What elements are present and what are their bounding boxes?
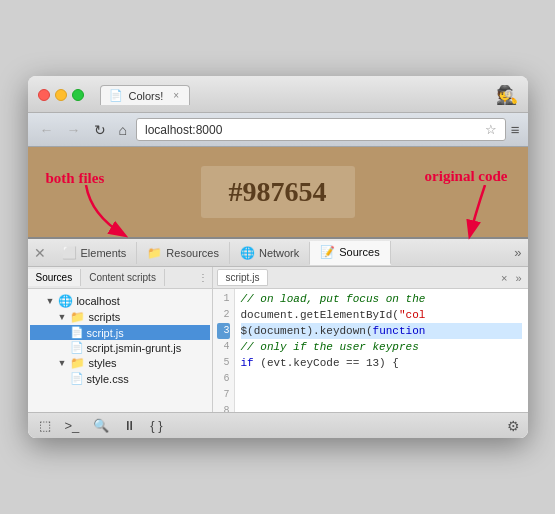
tree-label-styles: styles	[88, 357, 116, 369]
devtools-tab-sources-label: Sources	[339, 246, 379, 258]
code-tab-bar: script.js × »	[213, 267, 528, 289]
elements-icon: ⬜	[62, 246, 77, 260]
folder-icon-scripts: 📁	[70, 310, 85, 324]
code-text-6: if (evt.keyCode == 13) {	[241, 357, 399, 369]
forward-button[interactable]: →	[63, 120, 85, 140]
code-tab-close[interactable]: ×	[499, 272, 509, 284]
code-tab-controls: × »	[499, 272, 524, 284]
reload-button[interactable]: ↻	[90, 120, 110, 140]
search-button[interactable]: 🔍	[90, 417, 112, 434]
home-button[interactable]: ⌂	[115, 120, 131, 140]
folder-icon-localhost: 🌐	[58, 294, 73, 308]
address-bar[interactable]: localhost:8000 ☆	[136, 118, 506, 141]
sources-icon: 📝	[320, 245, 335, 259]
format-button[interactable]: { }	[147, 417, 165, 434]
code-tab-menu[interactable]: »	[513, 272, 523, 284]
maximize-button[interactable]	[72, 89, 84, 101]
tree-item-scripts[interactable]: ▼ 📁 scripts	[30, 309, 210, 325]
code-lines: // on load, put focus on the document.ge…	[235, 289, 528, 412]
file-tree: ▼ 🌐 localhost ▼ 📁 scripts 📄 script.js	[28, 289, 212, 412]
tree-label-scripts: scripts	[88, 311, 120, 323]
devtools-more-button[interactable]: »	[514, 245, 521, 260]
folder-icon-styles: 📁	[70, 356, 85, 370]
panel-divider: ⋮	[194, 272, 212, 283]
line-num-2: 2	[217, 307, 230, 323]
console-button[interactable]: >_	[62, 417, 83, 434]
panel-tab-sources[interactable]: Sources	[28, 269, 82, 286]
tree-tri-styles: ▼	[58, 358, 67, 368]
devtools-tab-sources[interactable]: 📝 Sources	[310, 241, 390, 265]
panel-tab-content-scripts[interactable]: Content scripts	[81, 269, 165, 286]
line-numbers: 1 2 3 4 5 6 7 8	[213, 289, 235, 412]
devtools-tab-network[interactable]: 🌐 Network	[230, 242, 310, 264]
devtools-tab-elements-label: Elements	[81, 247, 127, 259]
tab-bar: 📄 Colors! ×	[100, 85, 488, 105]
tree-label-localhost: localhost	[76, 295, 119, 307]
close-button[interactable]	[38, 89, 50, 101]
devtools-close-button[interactable]: ✕	[34, 245, 46, 261]
panel-tabs: Sources Content scripts ⋮	[28, 267, 212, 289]
tree-item-style-css[interactable]: 📄 style.css	[30, 371, 210, 386]
code-tab-script-js[interactable]: script.js	[217, 269, 269, 286]
pause-button[interactable]: ⏸	[120, 417, 139, 434]
network-icon: 🌐	[240, 246, 255, 260]
devtools-toolbar: ⬚ >_ 🔍 ⏸ { } ⚙	[28, 412, 528, 438]
browser-window: 📄 Colors! × 🕵 ← → ↻ ⌂ localhost:8000 ☆ ≡…	[28, 76, 528, 438]
devtools-panel: ✕ ⬜ Elements 📁 Resources 🌐 Network 📝 Sou…	[28, 237, 528, 438]
address-text: localhost:8000	[145, 123, 481, 137]
settings-button[interactable]: ⚙	[507, 418, 520, 434]
line-num-1: 1	[217, 291, 230, 307]
bookmark-button[interactable]: ☆	[485, 122, 497, 137]
tree-tri-localhost: ▼	[46, 296, 55, 306]
code-text-2: document.getElementById("col	[241, 309, 426, 321]
code-line-5: // only if the user keypres	[241, 339, 522, 355]
tab-title: Colors!	[129, 90, 164, 102]
devtools-tab-resources-label: Resources	[166, 247, 219, 259]
code-comment-5: // only if the user keypres	[241, 341, 419, 353]
tree-tri-scripts: ▼	[58, 312, 67, 322]
tree-item-localhost[interactable]: ▼ 🌐 localhost	[30, 293, 210, 309]
back-button[interactable]: ←	[36, 120, 58, 140]
minimize-button[interactable]	[55, 89, 67, 101]
traffic-lights	[38, 89, 84, 101]
devtools-tab-elements[interactable]: ⬜ Elements	[52, 242, 138, 264]
tree-item-styles[interactable]: ▼ 📁 styles	[30, 355, 210, 371]
nav-bar: ← → ↻ ⌂ localhost:8000 ☆ ≡	[28, 113, 528, 147]
page-with-annotations: #987654 both files origina	[28, 147, 528, 237]
file-icon-style-css: 📄	[70, 372, 84, 385]
code-comment-1: // on load, put focus on the	[241, 293, 426, 305]
file-icon-script-jsmin: 📄	[70, 341, 84, 354]
code-line-3: $(document).keydown(function	[241, 323, 522, 339]
code-line-6: if (evt.keyCode == 13) {	[241, 355, 522, 371]
code-line-2: document.getElementById("col	[241, 307, 522, 323]
title-bar: 📄 Colors! × 🕵	[28, 76, 528, 113]
menu-button[interactable]: ≡	[511, 121, 520, 138]
file-icon-script-js: 📄	[70, 326, 84, 339]
tab-close-button[interactable]: ×	[173, 90, 179, 101]
browser-tab[interactable]: 📄 Colors! ×	[100, 85, 191, 105]
inspect-element-button[interactable]: ⬚	[36, 417, 54, 434]
tree-label-script-jsmin: script.jsmin-grunt.js	[87, 342, 182, 354]
devtools-tab-resources[interactable]: 📁 Resources	[137, 242, 230, 264]
color-display-box: #987654	[201, 166, 355, 218]
code-panel: script.js × » 1 2 3 4 5 6 7 8	[213, 267, 528, 412]
window-controls: 🕵	[496, 84, 518, 106]
line-num-6: 6	[217, 371, 230, 387]
tab-page-icon: 📄	[109, 89, 123, 102]
color-hex-value: #987654	[229, 176, 327, 207]
line-num-5: 5	[217, 355, 230, 371]
code-line-1: // on load, put focus on the	[241, 291, 522, 307]
devtools-tab-network-label: Network	[259, 247, 299, 259]
extension-icon: 🕵	[496, 84, 518, 106]
line-num-7: 7	[217, 387, 230, 403]
page-content: #987654	[28, 147, 528, 237]
resources-icon: 📁	[147, 246, 162, 260]
line-num-8: 8	[217, 403, 230, 412]
tree-label-script-js: script.js	[87, 327, 124, 339]
sources-left-panel: Sources Content scripts ⋮ ▼ 🌐 localhost …	[28, 267, 213, 412]
code-area: 1 2 3 4 5 6 7 8 // on load, put focus on…	[213, 289, 528, 412]
devtools-tab-bar: ✕ ⬜ Elements 📁 Resources 🌐 Network 📝 Sou…	[28, 239, 528, 267]
tree-item-script-jsmin[interactable]: 📄 script.jsmin-grunt.js	[30, 340, 210, 355]
tree-item-script-js[interactable]: 📄 script.js	[30, 325, 210, 340]
code-text-3: $(document).keydown(function	[241, 325, 426, 337]
